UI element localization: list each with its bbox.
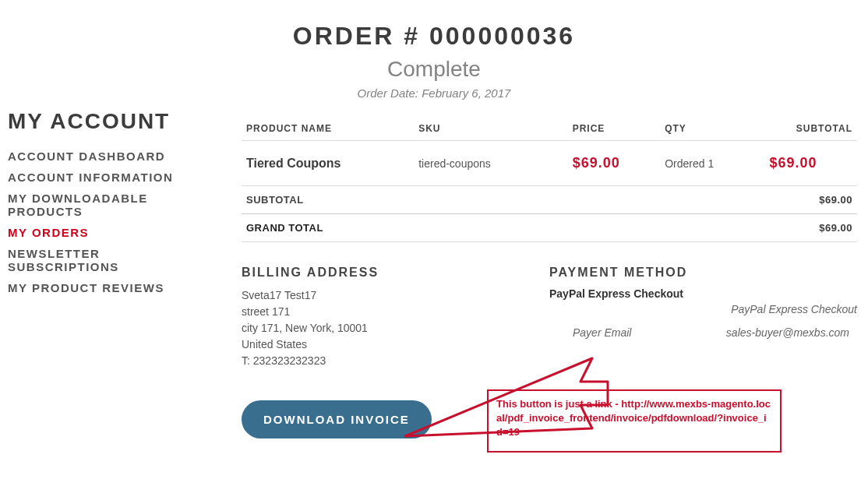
grand-total-row: GRAND TOTAL $69.00	[242, 214, 857, 242]
order-title: ORDER # 000000036	[0, 22, 868, 51]
payment-subtitle: PayPal Express Checkout	[549, 303, 857, 315]
sidebar-title: MY ACCOUNT	[8, 109, 210, 134]
cell-product-name: Tiered Coupons	[242, 141, 414, 186]
cell-qty: Ordered 1	[660, 141, 764, 186]
billing-line: Sveta17 Test17	[242, 287, 549, 304]
payment-method-name: PayPal Express Checkout	[549, 287, 857, 300]
billing-address-block: BILLING ADDRESS Sveta17 Test17 street 17…	[242, 266, 549, 369]
billing-line: street 171	[242, 304, 549, 320]
payer-email-label: Payer Email	[573, 326, 631, 339]
sidebar-item-orders[interactable]: MY ORDERS	[8, 226, 210, 239]
sidebar-item-newsletter[interactable]: NEWSLETTER SUBSCRIPTIONS	[8, 247, 210, 273]
billing-line: city 171, New York, 10001	[242, 320, 549, 336]
order-header: ORDER # 000000036 Complete Order Date: F…	[0, 0, 868, 100]
sidebar-item-downloadable[interactable]: MY DOWNLOADABLE PRODUCTS	[8, 192, 210, 218]
subtotal-row: SUBTOTAL $69.00	[242, 186, 857, 214]
billing-line: United States	[242, 336, 549, 353]
cell-sku: tiered-coupons	[414, 141, 568, 186]
payer-email-value: sales-buyer@mexbs.com	[726, 326, 849, 339]
th-product: PRODUCT NAME	[242, 117, 414, 141]
payment-title: PAYMENT METHOD	[549, 266, 857, 280]
account-sidebar: MY ACCOUNT ACCOUNT DASHBOARD ACCOUNT INF…	[8, 109, 210, 302]
order-items-table: PRODUCT NAME SKU PRICE QTY SUBTOTAL Tier…	[242, 117, 857, 242]
grand-total-value: $69.00	[764, 214, 857, 242]
grand-total-label: GRAND TOTAL	[242, 214, 764, 242]
th-sku: SKU	[414, 117, 568, 141]
cell-price: $69.00	[568, 141, 661, 186]
th-qty: QTY	[660, 117, 764, 141]
order-date: Order Date: February 6, 2017	[0, 86, 868, 100]
billing-line: T: 232323232323	[242, 353, 549, 369]
annotation-box: This button is just a link - http://www.…	[487, 389, 782, 453]
sidebar-item-reviews[interactable]: MY PRODUCT REVIEWS	[8, 281, 210, 294]
order-status: Complete	[0, 57, 868, 82]
order-info-section: BILLING ADDRESS Sveta17 Test17 street 17…	[242, 266, 857, 369]
order-item-row: Tiered Coupons tiered-coupons $69.00 Ord…	[242, 141, 857, 186]
sidebar-item-dashboard[interactable]: ACCOUNT DASHBOARD	[8, 150, 210, 163]
th-subtotal: SUBTOTAL	[764, 117, 857, 141]
subtotal-value: $69.00	[764, 186, 857, 214]
th-price: PRICE	[568, 117, 661, 141]
sidebar-item-information[interactable]: ACCOUNT INFORMATION	[8, 171, 210, 184]
download-invoice-button[interactable]: DOWNLOAD INVOICE	[242, 400, 432, 438]
cell-subtotal: $69.00	[764, 141, 857, 186]
payment-method-block: PAYMENT METHOD PayPal Express Checkout P…	[549, 266, 857, 369]
billing-title: BILLING ADDRESS	[242, 266, 549, 280]
subtotal-label: SUBTOTAL	[242, 186, 764, 214]
